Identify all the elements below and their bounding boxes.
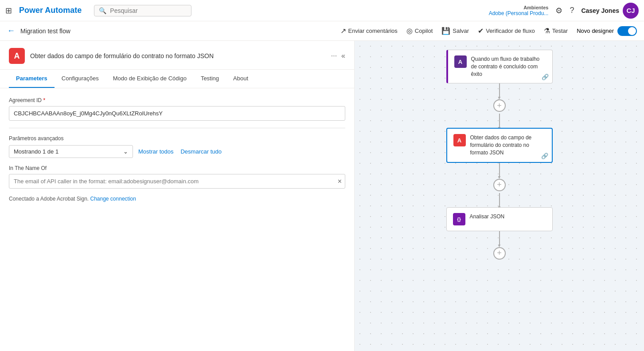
breadcrumb-bar: ← Migration test flow ↗ Enviar comentári…	[0, 21, 644, 41]
card-3-text: Analisar JSON	[470, 213, 505, 221]
in-name-input-wrapper: ×	[9, 174, 345, 189]
change-connection-link[interactable]: Change connection	[90, 196, 136, 202]
send-feedback-button[interactable]: ↗ Enviar comentários	[340, 27, 398, 35]
new-designer-switch[interactable]	[617, 26, 637, 36]
search-icon: 🔍	[99, 7, 106, 14]
uncheck-all-button[interactable]: Desmarcar tudo	[180, 148, 221, 155]
card-2-text: Obter dados do campo de formulário do co…	[470, 134, 546, 156]
form-area: Agreement ID * Parâmetros avançados Most…	[0, 88, 354, 351]
in-name-input[interactable]	[9, 174, 345, 189]
top-nav-right: Ambientes Adobe (Personal Produ... ⚙ ? C…	[489, 3, 639, 19]
grid-icon[interactable]: ⊞	[5, 6, 12, 16]
flow-checker-button[interactable]: ✔ Verificador de fluxo	[478, 27, 535, 35]
tab-testing[interactable]: Testing	[194, 70, 226, 88]
card-1-icon: A	[454, 55, 467, 68]
env-value: Adobe (Personal Produ...	[489, 10, 549, 16]
top-navigation: ⊞ Power Automate 🔍 Ambientes Adobe (Pers…	[0, 0, 644, 21]
panel-header: A Obter dados do campo de formulário do …	[0, 41, 354, 70]
advanced-params-row: Mostrando 1 de 1 ⌄ Mostrar todos Desmarc…	[9, 145, 345, 158]
canvas-panel: A Quando um fluxo de trabalho de contrat…	[355, 41, 644, 351]
brand-name: Power Automate	[19, 6, 82, 15]
connector-3	[499, 163, 500, 177]
env-label: Ambientes	[523, 5, 548, 10]
panel-title: Obter dados do campo de formulário do co…	[30, 52, 326, 59]
connector-2	[499, 114, 500, 128]
avatar[interactable]: CJ	[623, 3, 639, 19]
connector-4	[499, 193, 500, 207]
flow-card-1[interactable]: A Quando um fluxo de trabalho de contrat…	[446, 50, 553, 83]
user-name: Casey Jones	[581, 7, 619, 14]
panel-header-icons: ··· «	[331, 52, 345, 60]
agreement-id-field: Agreement ID *	[9, 97, 345, 121]
send-feedback-icon: ↗	[340, 27, 346, 35]
search-input[interactable]	[110, 7, 181, 14]
canvas-flow: A Quando um fluxo de trabalho de contrat…	[446, 50, 553, 261]
add-button-1[interactable]: +	[493, 99, 506, 112]
test-icon: ⚗	[544, 27, 550, 35]
left-panel: A Obter dados do campo de formulário do …	[0, 41, 355, 351]
card-2-icon: A	[453, 134, 466, 146]
main-content: A Obter dados do campo de formulário do …	[0, 41, 644, 351]
copilot-icon: ◎	[406, 27, 413, 35]
gear-icon[interactable]: ⚙	[555, 6, 562, 16]
params-dropdown[interactable]: Mostrando 1 de 1 ⌄	[9, 145, 133, 158]
search-box[interactable]: 🔍	[94, 5, 191, 16]
chevron-down-icon: ⌄	[123, 148, 128, 155]
collapse-icon[interactable]: «	[341, 52, 345, 60]
agreement-id-input[interactable]	[9, 106, 345, 121]
agreement-id-label: Agreement ID *	[9, 97, 345, 103]
tab-modo-exibicao[interactable]: Modo de Exibição de Código	[106, 70, 194, 88]
tab-configuracoes[interactable]: Configurações	[55, 70, 106, 88]
connector-5	[499, 231, 500, 245]
advanced-params-label: Parâmetros avançados	[9, 135, 345, 142]
dropdown-links: Mostrar todos Desmarcar tudo	[138, 148, 222, 155]
tabs-bar: Parameters Configurações Modo de Exibiçã…	[0, 70, 354, 88]
divider-1	[9, 128, 345, 128]
help-icon[interactable]: ?	[570, 6, 574, 15]
flow-card-2[interactable]: A Obter dados do campo de formulário do …	[446, 128, 553, 162]
ellipsis-icon[interactable]: ···	[331, 52, 337, 60]
flow-checker-icon: ✔	[478, 27, 484, 35]
clear-button[interactable]: ×	[338, 177, 342, 185]
breadcrumb-actions: ↗ Enviar comentários ◎ Copilot 💾 Salvar …	[340, 26, 637, 36]
flow-card-3[interactable]: {} Analisar JSON	[446, 207, 553, 231]
card-3-icon: {}	[453, 213, 465, 225]
tab-about[interactable]: About	[226, 70, 255, 88]
add-button-3[interactable]: +	[493, 247, 506, 260]
new-designer-toggle: Novo designer	[577, 26, 637, 36]
user-area: Casey Jones CJ	[581, 3, 639, 19]
connector-1	[499, 83, 500, 98]
show-all-button[interactable]: Mostrar todos	[138, 148, 173, 155]
add-button-2[interactable]: +	[493, 179, 506, 191]
tab-parameters[interactable]: Parameters	[9, 70, 55, 88]
environments: Ambientes Adobe (Personal Produ...	[489, 5, 549, 16]
adobe-icon: A	[9, 48, 25, 64]
copilot-button[interactable]: ◎ Copilot	[406, 27, 433, 35]
test-button[interactable]: ⚗ Testar	[544, 27, 568, 35]
card-2-link-icon: 🔗	[541, 153, 548, 159]
required-marker: *	[43, 97, 45, 103]
card-1-link-icon: 🔗	[542, 74, 549, 80]
card-1-text: Quando um fluxo de trabalho de contrato …	[471, 55, 546, 78]
in-name-label: In The Name Of	[9, 165, 345, 171]
connection-info: Conectado a Adobe Acrobat Sign. Change c…	[9, 196, 345, 202]
flow-title: Migration test flow	[20, 28, 70, 35]
save-button[interactable]: 💾 Salvar	[441, 27, 469, 35]
in-name-of-field: In The Name Of ×	[9, 165, 345, 189]
save-icon: 💾	[441, 27, 450, 35]
back-button[interactable]: ←	[7, 26, 15, 35]
